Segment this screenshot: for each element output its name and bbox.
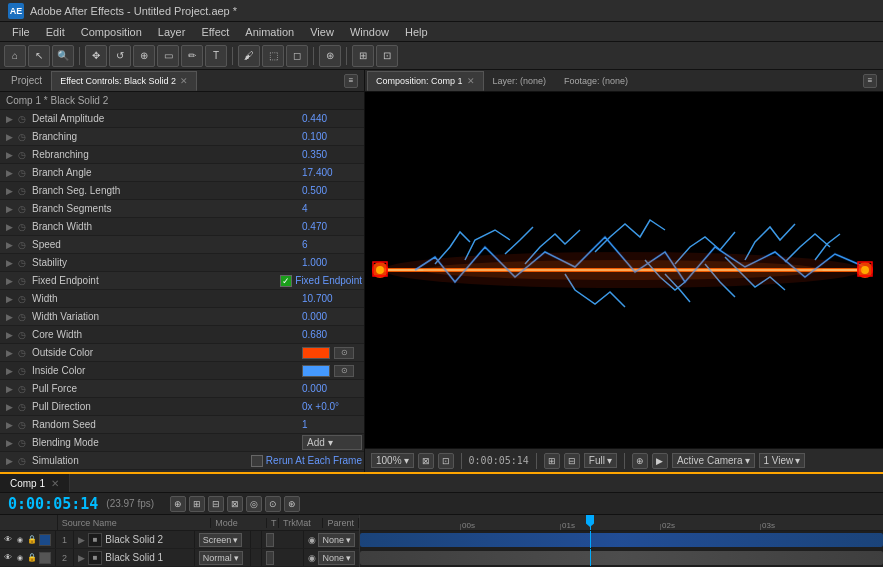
menu-view[interactable]: View bbox=[302, 22, 342, 41]
color-mgmt-btn[interactable]: ⊕ bbox=[632, 453, 648, 469]
comp-panel-menu-btn[interactable]: ≡ bbox=[863, 74, 877, 88]
toolbar-zoom-btn[interactable]: 🔍 bbox=[52, 45, 74, 67]
render-btn[interactable]: ▶ bbox=[652, 453, 668, 469]
toolbar-rect-btn[interactable]: ▭ bbox=[157, 45, 179, 67]
toolbar-eraser-btn[interactable]: ◻ bbox=[286, 45, 308, 67]
stopwatch-icon[interactable]: ◷ bbox=[18, 240, 30, 250]
stopwatch-icon[interactable]: ◷ bbox=[18, 312, 30, 322]
effect-value-rebranching[interactable]: 0.350 bbox=[302, 149, 362, 160]
menu-window[interactable]: Window bbox=[342, 22, 397, 41]
expand-icon[interactable]: ▶ bbox=[6, 240, 18, 250]
panel-menu-btn[interactable]: ≡ bbox=[344, 74, 358, 88]
effect-value-branch-angle[interactable]: 17.400 bbox=[302, 167, 362, 178]
menu-edit[interactable]: Edit bbox=[38, 22, 73, 41]
toolbar-pen-btn[interactable]: ✏ bbox=[181, 45, 203, 67]
menu-file[interactable]: File bbox=[4, 22, 38, 41]
inside-color-eyedropper[interactable]: ⊙ bbox=[334, 365, 354, 377]
timeline-btn-2[interactable]: ⊞ bbox=[189, 496, 205, 512]
layer1-name[interactable]: ▶ ■ Black Solid 2 bbox=[74, 531, 194, 548]
layer2-mode[interactable]: Normal ▾ bbox=[195, 549, 251, 566]
expand-icon[interactable]: ▶ bbox=[6, 258, 18, 268]
expand-icon[interactable]: ▶ bbox=[6, 438, 18, 448]
zoom-dropdown[interactable]: 100% ▾ bbox=[371, 453, 414, 468]
effect-value-branch-width[interactable]: 0.470 bbox=[302, 221, 362, 232]
timecode-display[interactable]: 0:00:05:14 bbox=[8, 495, 98, 513]
layer1-mode[interactable]: Screen ▾ bbox=[195, 531, 251, 548]
expand-icon[interactable]: ▶ bbox=[6, 276, 18, 286]
effect-value-outside-color[interactable]: ⊙ bbox=[302, 347, 362, 359]
expand-icon[interactable]: ▶ bbox=[6, 150, 18, 160]
camera-control[interactable]: Active Camera ▾ bbox=[672, 453, 755, 468]
stopwatch-icon[interactable]: ◷ bbox=[18, 114, 30, 124]
layer1-trkmat-dropdown[interactable] bbox=[266, 533, 274, 547]
stopwatch-icon[interactable]: ◷ bbox=[18, 438, 30, 448]
outside-color-swatch[interactable] bbox=[302, 347, 330, 359]
stopwatch-icon[interactable]: ◷ bbox=[18, 150, 30, 160]
tab-effect-controls[interactable]: Effect Controls: Black Solid 2 ✕ bbox=[51, 71, 197, 91]
views-control[interactable]: 1 View ▾ bbox=[759, 453, 806, 468]
toolbar-extra2-btn[interactable]: ⊡ bbox=[376, 45, 398, 67]
toolbar-select-btn[interactable]: ↖ bbox=[28, 45, 50, 67]
effect-value-branching[interactable]: 0.100 bbox=[302, 131, 362, 142]
expand-icon[interactable]: ▶ bbox=[6, 366, 18, 376]
toolbar-anchor-btn[interactable]: ⊕ bbox=[133, 45, 155, 67]
layer2-lock[interactable]: 🔒 bbox=[27, 553, 37, 563]
layer2-solo[interactable]: ◉ bbox=[15, 553, 25, 563]
simulation-checkbox[interactable] bbox=[251, 455, 263, 467]
stopwatch-icon[interactable]: ◷ bbox=[18, 384, 30, 394]
effect-value-random-seed[interactable]: 1 bbox=[302, 419, 362, 430]
layer2-expand[interactable]: ▶ bbox=[78, 553, 85, 563]
menu-effect[interactable]: Effect bbox=[193, 22, 237, 41]
effect-value-width[interactable]: 10.700 bbox=[302, 293, 362, 304]
effect-value-branch-segments[interactable]: 4 bbox=[302, 203, 362, 214]
expand-icon[interactable]: ▶ bbox=[6, 204, 18, 214]
effect-value-fixed-endpoint[interactable]: ✓ Fixed Endpoint bbox=[280, 275, 362, 287]
layer1-lock[interactable]: 🔒 bbox=[27, 535, 37, 545]
stopwatch-icon[interactable]: ◷ bbox=[18, 186, 30, 196]
effect-value-core-width[interactable]: 0.680 bbox=[302, 329, 362, 340]
timeline-btn-5[interactable]: ◎ bbox=[246, 496, 262, 512]
zoom-control[interactable]: 100% ▾ bbox=[371, 453, 414, 468]
timeline-btn-4[interactable]: ⊠ bbox=[227, 496, 243, 512]
effect-value-blending-mode[interactable]: Add ▾ bbox=[302, 435, 362, 450]
layer2-bar[interactable] bbox=[360, 551, 883, 565]
stopwatch-icon[interactable]: ◷ bbox=[18, 456, 30, 466]
stopwatch-icon[interactable]: ◷ bbox=[18, 402, 30, 412]
quality-control[interactable]: Full ▾ bbox=[584, 453, 617, 468]
effect-value-speed[interactable]: 6 bbox=[302, 239, 362, 250]
timeline-btn-6[interactable]: ⊙ bbox=[265, 496, 281, 512]
layer1-trkmat[interactable] bbox=[262, 531, 304, 548]
effect-value-width-variation[interactable]: 0.000 bbox=[302, 311, 362, 322]
tab-composition[interactable]: Composition: Comp 1 ✕ bbox=[367, 71, 484, 91]
layer1-solo[interactable]: ◉ bbox=[15, 535, 25, 545]
timeline-tab-comp1[interactable]: Comp 1 ✕ bbox=[0, 474, 70, 492]
tab-layer[interactable]: Layer: (none) bbox=[484, 71, 556, 91]
layer1-parent-dropdown[interactable]: None ▾ bbox=[318, 533, 355, 547]
grid-btn[interactable]: ⊞ bbox=[544, 453, 560, 469]
layer2-name[interactable]: ▶ ■ Black Solid 1 bbox=[74, 549, 194, 566]
effect-value-simulation[interactable]: Rerun At Each Frame bbox=[251, 455, 362, 467]
effect-value-pull-force[interactable]: 0.000 bbox=[302, 383, 362, 394]
expand-icon[interactable]: ▶ bbox=[6, 114, 18, 124]
toolbar-home-btn[interactable]: ⌂ bbox=[4, 45, 26, 67]
stopwatch-icon[interactable]: ◷ bbox=[18, 420, 30, 430]
stopwatch-icon[interactable]: ◷ bbox=[18, 366, 30, 376]
toolbar-brush-btn[interactable]: 🖌 bbox=[238, 45, 260, 67]
layer1-expand[interactable]: ▶ bbox=[78, 535, 85, 545]
toolbar-extra1-btn[interactable]: ⊞ bbox=[352, 45, 374, 67]
expand-icon[interactable]: ▶ bbox=[6, 402, 18, 412]
stopwatch-icon[interactable]: ◷ bbox=[18, 258, 30, 268]
quality-dropdown[interactable]: Full ▾ bbox=[584, 453, 617, 468]
fit-comp-btn[interactable]: ⊠ bbox=[418, 453, 434, 469]
expand-icon[interactable]: ▶ bbox=[6, 168, 18, 178]
timeline-btn-3[interactable]: ⊟ bbox=[208, 496, 224, 512]
expand-icon[interactable]: ▶ bbox=[6, 222, 18, 232]
expand-icon[interactable]: ▶ bbox=[6, 348, 18, 358]
close-effect-controls-btn[interactable]: ✕ bbox=[180, 76, 188, 86]
blending-mode-dropdown[interactable]: Add ▾ bbox=[302, 435, 362, 450]
expand-icon[interactable]: ▶ bbox=[6, 456, 18, 466]
snap-btn[interactable]: ⊡ bbox=[438, 453, 454, 469]
layer1-mode-dropdown[interactable]: Screen ▾ bbox=[199, 533, 243, 547]
effect-value-inside-color[interactable]: ⊙ bbox=[302, 365, 362, 377]
expand-icon[interactable]: ▶ bbox=[6, 330, 18, 340]
